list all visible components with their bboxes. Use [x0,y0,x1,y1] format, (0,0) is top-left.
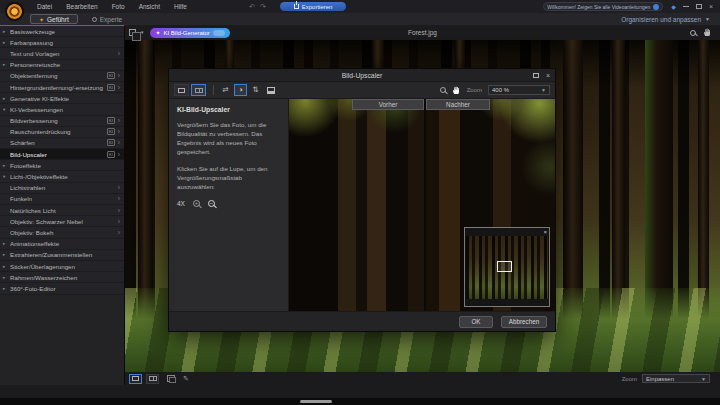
triangle-right-icon[interactable]: ▸ [3,275,10,280]
triangle-right-icon[interactable]: ▸ [3,264,10,269]
before-after-icon[interactable] [167,375,175,382]
ok-button[interactable]: OK [459,316,493,328]
dialog-footer: OK Abbrechen [169,311,555,331]
sidebar-item-label: Hintergrundentfernung/-ersetzung [10,84,105,91]
triangle-right-icon[interactable]: ▸ [3,62,10,67]
navigator-thumbnail[interactable] [466,236,548,299]
sidebar-item-lichtstrahlen[interactable]: Lichtstrahlen› [0,183,124,194]
sidebar-item-label: Sticker/Überlagerungen [10,263,120,270]
before-after-preview[interactable]: Vorher Nachher × [289,99,555,311]
tab-expert-label: Experte [100,16,122,23]
dialog-single-view-button[interactable] [174,84,189,96]
ai-image-generator-button[interactable]: ✦ KI Bild-Generator [150,28,229,38]
wand-icon: ✦ [39,16,44,23]
compare-side-by-side-button[interactable]: ⇄ [219,84,232,96]
taskbar-handle[interactable] [300,400,332,403]
triangle-right-icon[interactable]: ▸ [3,163,10,168]
sidebar-item-sticker-berlagerungen[interactable]: ▸Sticker/Überlagerungen [0,261,124,272]
dialog-title-bar[interactable]: Bild-Upscaler × [169,69,555,82]
menu-item-bearbeiten[interactable]: Bearbeiten [59,0,104,13]
welcome-notification-text: Willkommen! Zeigen Sie alle Videoanleitu… [547,4,650,10]
sidebar-item-extrahieren-zusammenstellen[interactable]: ▸Extrahieren/Zusammenstellen [0,250,124,261]
sidebar-item-licht-objektiveffekte[interactable]: ▾Licht-/Objektiveffekte [0,171,124,182]
compare-view-button[interactable] [146,374,159,384]
compare-top-bottom-button[interactable]: ⇅ [249,84,262,96]
premium-gem-icon[interactable]: ◆ [671,3,676,10]
maximize-icon[interactable] [696,4,702,9]
sidebar-item-fotoeffekte[interactable]: ▸Fotoeffekte [0,160,124,171]
minimize-icon[interactable] [683,6,689,7]
welcome-notification[interactable]: Willkommen! Zeigen Sie alle Videoanleitu… [543,2,663,11]
zoom-tool-icon[interactable] [690,30,696,36]
triangle-down-icon[interactable]: ▾ [3,174,10,179]
compare-split-circle-button[interactable]: ◑ [234,84,247,96]
sidebar-item-bild-upscaler[interactable]: Bild-UpscalerKI› [0,149,124,160]
sidebar-item-360-foto-editor[interactable]: ▸360°-Foto-Editor [0,283,124,294]
sidebar-item-animationseffekte[interactable]: ▸Animationseffekte [0,239,124,250]
pan-hand-icon[interactable] [703,28,712,37]
menu-item-datei[interactable]: Datei [30,0,59,13]
pen-icon[interactable]: ✎ [183,375,189,383]
triangle-right-icon[interactable]: ▸ [3,286,10,291]
layers-icon[interactable] [129,29,136,36]
sidebar-item-objektentfernung[interactable]: ObjektentfernungKI› [0,71,124,82]
expert-icon [92,17,97,22]
workspace-tabs-row: ✦ Geführt Experte Organisieren und anpas… [0,13,720,25]
triangle-down-icon[interactable]: ▾ [3,107,10,112]
menu-item-hilfe[interactable]: Hilfe [167,0,194,13]
navigator-close-icon[interactable]: × [543,229,547,235]
magnifier-minus-icon[interactable]: − [208,200,215,207]
sidebar-item-sch-rfen[interactable]: SchärfenKI› [0,138,124,149]
sidebar-item-objektiv-bokeh[interactable]: Objektiv: Bokeh› [0,227,124,238]
triangle-right-icon[interactable]: ▸ [3,96,10,101]
sidebar-item-rauschunterdr-ckung[interactable]: RauschunterdrückungKI› [0,127,124,138]
triangle-right-icon[interactable]: ▸ [3,40,10,45]
sidebar-item-nat-rliches-licht[interactable]: Natürliches Licht› [0,205,124,216]
sidebar-item-rahmen-wasserzeichen[interactable]: ▸Rahmen/Wasserzeichen [0,272,124,283]
guided-edits-sidebar: ▸Basiswerkzeuge▸FarbanpassungText und Vo… [0,25,125,385]
dialog-zoom-dropdown[interactable]: 400 % ▼ [488,85,550,95]
triangle-right-icon[interactable]: ▸ [3,29,10,34]
sidebar-item-hintergrundentfernung-ersetzung[interactable]: Hintergrundentfernung/-ersetzungKI› [0,82,124,93]
single-view-button[interactable] [129,374,142,384]
sidebar-item-farbanpassung[interactable]: ▸Farbanpassung [0,37,124,48]
pan-hand-icon[interactable] [452,86,461,95]
dialog-close-icon[interactable]: × [546,72,550,79]
undo-icon[interactable]: ↶ [249,3,255,11]
sidebar-item-funkeln[interactable]: Funkeln› [0,194,124,205]
sidebar-item-objektiv-schwarzer-nebel[interactable]: Objektiv: Schwarzer Nebel› [0,216,124,227]
tab-guided[interactable]: ✦ Geführt [30,14,78,24]
window-bottom-edge [0,398,720,405]
tab-expert[interactable]: Experte [84,14,130,24]
dialog-maximize-icon[interactable] [533,73,539,78]
export-button[interactable]: Exportieren [280,2,347,11]
split-view-icon [149,376,157,381]
zoom-tool-icon[interactable] [440,87,446,93]
close-icon[interactable]: × [709,3,713,10]
sidebar-item-basiswerkzeuge[interactable]: ▸Basiswerkzeuge [0,26,124,37]
redo-icon[interactable]: ↷ [260,3,266,11]
menu-item-ansicht[interactable]: Ansicht [132,0,167,13]
navigator-panel[interactable]: × [464,227,550,307]
organize-dropdown[interactable]: Organisieren und anpassen ▼ [621,16,710,23]
before-pane[interactable] [289,99,424,311]
menu-item-foto[interactable]: Foto [105,0,132,13]
magnifier-plus-icon[interactable]: + [193,200,200,207]
triangle-right-icon[interactable]: ▸ [3,241,10,246]
canvas-zoom-dropdown[interactable]: Einpassen ▼ [642,374,710,383]
sidebar-item-generative-ki-effekte[interactable]: ▸Generative KI-Effekte [0,93,124,104]
sidebar-item-bildverbesserung[interactable]: BildverbesserungKI› [0,116,124,127]
sidebar-item-label: Licht-/Objektiveffekte [10,173,120,180]
compare-horizontal-split-button[interactable] [264,84,277,96]
triangle-right-icon[interactable]: ▸ [3,252,10,257]
navigator-viewport-rect[interactable] [497,261,512,272]
ki-badge: KI [107,139,115,146]
ki-badge: KI [107,128,115,135]
sidebar-item-text-und-vorlagen[interactable]: Text und Vorlagen› [0,48,124,59]
cancel-button[interactable]: Abbrechen [501,316,547,328]
sidebar-item-personenretusche[interactable]: ▸Personenretusche [0,60,124,71]
sidebar-item-ki-verbesserungen[interactable]: ▾KI-Verbesserungen [0,104,124,115]
chevron-down-icon: ▼ [701,376,706,382]
dialog-zoom-value: 400 % [492,87,509,93]
dialog-split-view-button[interactable] [191,84,206,96]
